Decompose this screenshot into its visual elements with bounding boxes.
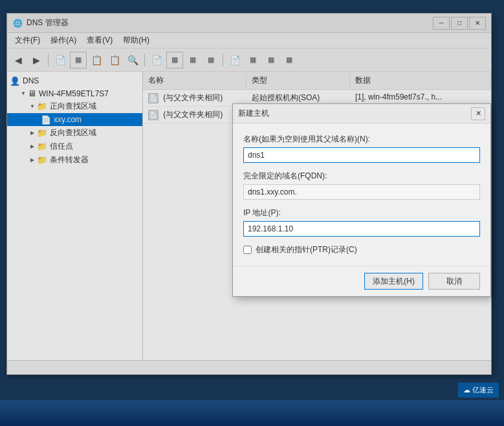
ip-input[interactable]: [243, 221, 480, 237]
dialog-title-bar: 新建主机 ✕: [233, 104, 490, 123]
dialog-title: 新建主机: [238, 108, 269, 119]
name-input[interactable]: [243, 147, 480, 163]
watermark-icon: ☁: [463, 386, 472, 394]
dialog-footer: 添加主机(H) 取消: [233, 266, 490, 296]
watermark: ☁ 亿速云: [458, 383, 499, 398]
name-field-label: 名称(如果为空则使用其父域名称)(N):: [243, 134, 480, 145]
name-field-group: 名称(如果为空则使用其父域名称)(N):: [243, 134, 480, 163]
dialog-overlay: 新建主机 ✕ 名称(如果为空则使用其父域名称)(N): 完全限定的域名(FQDN…: [0, 0, 504, 426]
cancel-button[interactable]: 取消: [428, 273, 480, 290]
dialog-body: 名称(如果为空则使用其父域名称)(N): 完全限定的域名(FQDN): IP 地…: [233, 123, 490, 266]
add-host-button[interactable]: 添加主机(H): [364, 273, 423, 290]
fqdn-field-group: 完全限定的域名(FQDN):: [243, 171, 480, 200]
ip-field-label: IP 地址(P):: [243, 208, 480, 218]
ptr-checkbox-row: 创建相关的指针(PTR)记录(C): [243, 244, 480, 255]
ip-field-group: IP 地址(P):: [243, 208, 480, 237]
ptr-label[interactable]: 创建相关的指针(PTR)记录(C): [256, 244, 357, 255]
fqdn-input[interactable]: [243, 184, 480, 200]
ptr-checkbox[interactable]: [243, 246, 252, 254]
fqdn-field-label: 完全限定的域名(FQDN):: [243, 171, 480, 182]
watermark-text: 亿速云: [472, 386, 494, 394]
taskbar: [0, 400, 504, 426]
new-host-dialog: 新建主机 ✕ 名称(如果为空则使用其父域名称)(N): 完全限定的域名(FQDN…: [232, 103, 491, 297]
dialog-close-button[interactable]: ✕: [471, 107, 485, 120]
